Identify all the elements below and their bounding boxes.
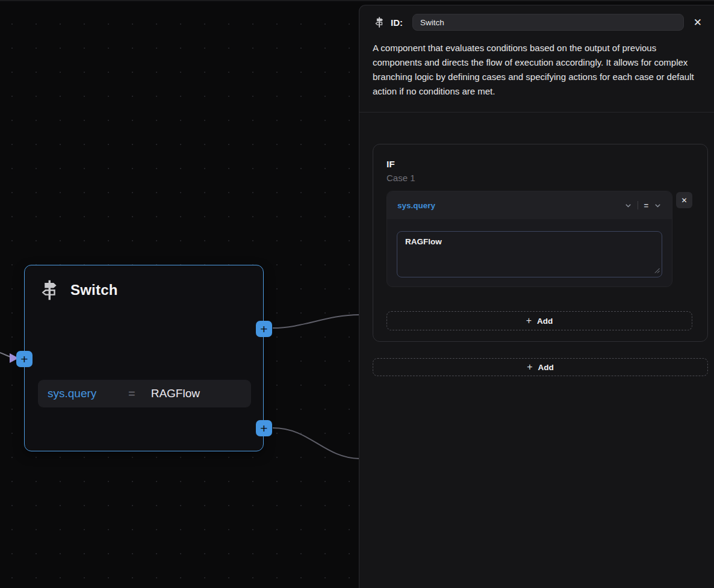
case-card: IF Case 1 sys.query = [373, 144, 708, 342]
resize-grip-icon[interactable] [654, 266, 660, 275]
header-divider [359, 112, 714, 113]
node-condition-variable: sys.query [48, 387, 113, 400]
vertical-divider [638, 201, 638, 209]
condition-variable-select[interactable]: sys.query [397, 201, 624, 210]
panel-header: ID: ✕ [359, 5, 714, 31]
close-icon: ✕ [694, 17, 702, 28]
condition-group: sys.query = RAGFlow [386, 191, 672, 287]
condition-group-header: sys.query = [387, 191, 672, 219]
switch-node-header: Switch [25, 265, 263, 302]
add-case-label: Add [538, 363, 554, 372]
add-condition-label: Add [537, 317, 553, 326]
condition-header-controls: = [624, 201, 662, 210]
edge-else-branch[interactable] [273, 428, 359, 459]
node-settings-panel: ID: ✕ A component that evaluates conditi… [359, 5, 714, 588]
plus-icon: + [260, 422, 267, 435]
case-card-subtitle: Case 1 [386, 173, 692, 183]
node-if-handle-plus-button[interactable]: + [256, 321, 272, 337]
plus-icon: + [527, 362, 532, 373]
node-else-handle-plus-button[interactable]: + [256, 420, 272, 436]
signpost-icon [39, 279, 60, 302]
condition-value-textarea[interactable]: RAGFlow [397, 231, 662, 277]
plus-icon: + [526, 315, 532, 326]
add-condition-button[interactable]: + Add [386, 311, 692, 330]
switch-node[interactable]: Switch If Case 1 AND sys.query = RAGFlow… [24, 265, 264, 451]
signpost-icon [374, 16, 385, 28]
condition-row: sys.query = RAGFlow [386, 191, 692, 287]
condition-operator-select[interactable]: = [644, 201, 648, 210]
node-condition-value: RAGFlow [151, 387, 200, 400]
chevron-down-icon[interactable] [654, 202, 662, 209]
id-label: ID: [391, 17, 403, 28]
plus-icon: + [20, 353, 28, 365]
condition-value-text: RAGFlow [405, 237, 442, 246]
node-condition-operator: = [128, 387, 135, 401]
node-title: Switch [70, 282, 118, 299]
node-condition-pill: sys.query = RAGFlow [38, 380, 251, 407]
node-input-handle-plus-button[interactable]: + [16, 351, 33, 367]
component-description: A component that evaluates conditions ba… [359, 31, 714, 99]
remove-condition-button[interactable]: ✕ [676, 192, 692, 208]
node-id-input[interactable] [412, 14, 684, 31]
condition-group-body: RAGFlow [387, 219, 672, 286]
add-case-wrap: + Add [373, 358, 708, 376]
close-icon: ✕ [681, 197, 687, 204]
close-panel-button[interactable]: ✕ [690, 15, 706, 30]
edge-if-branch[interactable] [273, 315, 359, 328]
case-card-title: IF [386, 159, 692, 170]
edge-incoming[interactable] [0, 353, 10, 357]
chevron-down-icon[interactable] [624, 202, 632, 209]
add-case-button[interactable]: + Add [373, 358, 708, 376]
plus-icon: + [260, 323, 267, 335]
